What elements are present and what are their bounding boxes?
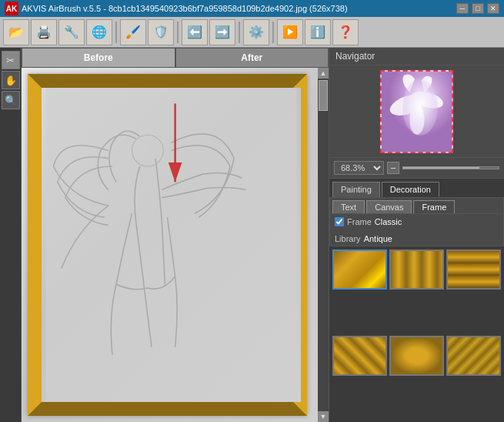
toolbar-separator-4 bbox=[272, 22, 274, 43]
canvas-image bbox=[22, 68, 318, 422]
print-button[interactable]: 🖨️ bbox=[31, 19, 57, 45]
main-area: ✂ ✋ 🔍 Before After bbox=[0, 48, 504, 422]
svg-point-7 bbox=[409, 105, 424, 134]
navigator-header: Navigator bbox=[329, 48, 504, 65]
toolbar: 📂 🖨️ 🔧 🌐 🖌️ 🛡️ ⬅️ ➡️ ⚙️ ▶️ ℹ️ ❓ bbox=[0, 17, 504, 48]
zoom-bar: 68.3% − bbox=[329, 158, 504, 179]
toolbar-separator-1 bbox=[115, 22, 117, 43]
title-left: AK AKVIS AirBrush v.5.5 - 8cb1cb13495409… bbox=[5, 2, 348, 15]
frame-enable-row: Frame Classic bbox=[335, 217, 499, 226]
toolbar-separator-3 bbox=[239, 22, 240, 43]
minimize-button[interactable]: ─ bbox=[456, 3, 469, 14]
window-controls[interactable]: ─ □ ✕ bbox=[456, 3, 499, 14]
library-row: Library Antique bbox=[330, 232, 503, 246]
canvas-container[interactable] bbox=[22, 68, 318, 422]
right-panel: Navigator bbox=[329, 48, 504, 422]
effect-tabs: Painting Decoration bbox=[329, 179, 504, 197]
open-file-button[interactable]: 📂 bbox=[3, 19, 29, 45]
nav-angel-image bbox=[382, 72, 452, 152]
zoom-tool-button[interactable]: 🔍 bbox=[2, 91, 20, 109]
frame-thumb-4[interactable] bbox=[389, 336, 444, 376]
select-tool-button[interactable]: ✂ bbox=[2, 51, 20, 69]
library-value: Antique bbox=[364, 234, 392, 243]
before-after-tabs: Before After bbox=[22, 48, 329, 68]
before-tab[interactable]: Before bbox=[22, 48, 175, 68]
settings-button[interactable]: 🔧 bbox=[58, 19, 85, 45]
frame-sub-tab[interactable]: Frame bbox=[413, 200, 455, 213]
toolbox: ✂ ✋ 🔍 bbox=[0, 48, 22, 422]
brush-button[interactable]: 🖌️ bbox=[120, 19, 146, 45]
decoration-tab[interactable]: Decoration bbox=[382, 182, 439, 197]
frame-enable-label[interactable]: Frame bbox=[347, 217, 372, 226]
sub-tabs: Text Canvas Frame bbox=[330, 198, 503, 213]
hand-tool-button[interactable]: ✋ bbox=[2, 71, 20, 89]
painting-tab[interactable]: Painting bbox=[332, 182, 380, 197]
frame-thumb-1[interactable] bbox=[389, 250, 444, 290]
navigator-thumbnail[interactable] bbox=[380, 70, 453, 153]
close-button[interactable]: ✕ bbox=[487, 3, 499, 14]
text-sub-tab[interactable]: Text bbox=[332, 200, 365, 213]
app-title: AKVIS AirBrush v.5.5 - 8cb1cb1349540923b… bbox=[22, 4, 348, 13]
navigator-content bbox=[329, 65, 504, 158]
sketch-content bbox=[42, 88, 301, 402]
frame-thumb-0[interactable] bbox=[332, 250, 387, 290]
vertical-scrollbar[interactable]: ▲ ▼ bbox=[318, 68, 329, 422]
info-button[interactable]: ℹ️ bbox=[305, 19, 331, 45]
play-button[interactable]: ▶️ bbox=[277, 19, 303, 45]
sub-tabs-area: Text Canvas Frame Frame Classic Library … bbox=[329, 197, 504, 246]
scroll-down-button[interactable]: ▼ bbox=[318, 411, 329, 422]
after-tab[interactable]: After bbox=[175, 48, 329, 68]
frame-options: Frame Classic bbox=[330, 213, 503, 232]
network-button[interactable]: 🌐 bbox=[86, 19, 112, 45]
canvas-sub-tab[interactable]: Canvas bbox=[366, 200, 412, 213]
angel-sketch-svg bbox=[42, 88, 301, 402]
thumbnail-grid bbox=[329, 246, 504, 422]
scroll-up-button[interactable]: ▲ bbox=[318, 68, 329, 79]
app-logo: AK bbox=[5, 2, 18, 15]
library-label: Library bbox=[335, 234, 361, 243]
zoom-slider[interactable] bbox=[402, 166, 499, 169]
frame-style-value: Classic bbox=[375, 217, 402, 226]
canvas-area: Before After bbox=[22, 48, 329, 422]
scroll-track[interactable] bbox=[318, 79, 329, 411]
forward-button[interactable]: ➡️ bbox=[209, 19, 235, 45]
zoom-slider-fill bbox=[403, 167, 479, 169]
zoom-select[interactable]: 68.3% bbox=[334, 161, 384, 175]
svg-point-8 bbox=[409, 92, 424, 107]
gear-button[interactable]: ⚙️ bbox=[243, 19, 269, 45]
toolbar-separator-2 bbox=[177, 22, 179, 43]
frame-thumb-5[interactable] bbox=[446, 336, 501, 376]
scroll-thumb[interactable] bbox=[319, 80, 328, 111]
help-button[interactable]: ❓ bbox=[332, 19, 359, 45]
frame-checkbox[interactable] bbox=[335, 217, 344, 226]
zoom-out-button[interactable]: − bbox=[387, 162, 399, 174]
frame-thumb-2[interactable] bbox=[446, 250, 501, 290]
nav-svg bbox=[382, 72, 452, 152]
back-button[interactable]: ⬅️ bbox=[182, 19, 208, 45]
title-bar: AK AKVIS AirBrush v.5.5 - 8cb1cb13495409… bbox=[0, 0, 504, 17]
maximize-button[interactable]: □ bbox=[472, 3, 484, 14]
frame-thumb-3[interactable] bbox=[332, 336, 387, 376]
shield-button[interactable]: 🛡️ bbox=[148, 19, 174, 45]
